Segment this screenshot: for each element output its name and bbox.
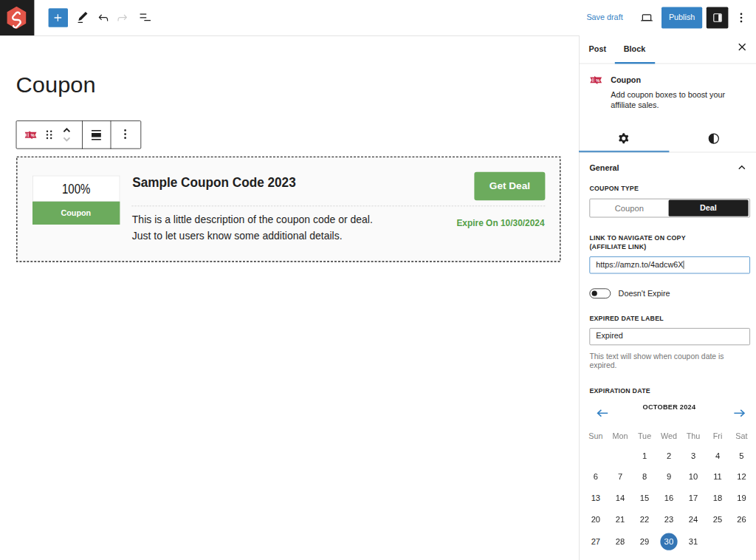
svg-text:%: % (596, 78, 599, 83)
svg-text:%: % (31, 133, 35, 137)
